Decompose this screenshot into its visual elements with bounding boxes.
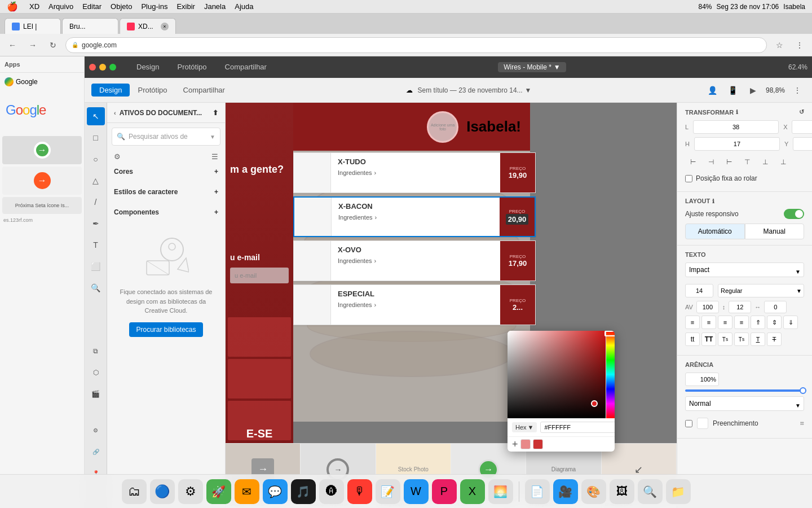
spacing-input[interactable] [764, 301, 787, 313]
play-icon[interactable]: ▶ [745, 82, 761, 98]
fixed-position-checkbox[interactable] [685, 175, 692, 182]
nav-menu[interactable]: ⋮ [792, 37, 807, 53]
align-right-btn[interactable]: ≡ [718, 316, 732, 329]
fmt-sub[interactable]: Ts [734, 332, 749, 346]
opacity-slider[interactable] [685, 389, 804, 392]
transform-info-icon[interactable]: ℹ [736, 109, 738, 115]
align-top-icon[interactable]: ⊤ [739, 154, 755, 170]
xd-tab-prototype[interactable]: Protótipo [168, 56, 215, 78]
xovo-sub[interactable]: Ingredientes › [338, 257, 493, 264]
transform-reset-icon[interactable]: ↺ [799, 108, 804, 116]
align-left-btn[interactable]: ≡ [685, 316, 700, 329]
align-center-v-icon[interactable]: ⊥ [757, 154, 773, 170]
device-icon[interactable]: 📱 [725, 82, 741, 98]
xd-tab2-design[interactable]: Design [91, 84, 130, 97]
layout-manual-btn[interactable]: Manual [745, 224, 805, 239]
canvas-email-input[interactable]: u e-mail [230, 268, 289, 283]
cp-hex-input[interactable] [540, 422, 615, 433]
dock-gallery[interactable]: 🖼 [610, 479, 634, 504]
dock-zoom[interactable]: 🎥 [553, 479, 578, 504]
swatch-2[interactable] [533, 439, 543, 449]
dock-podcasts[interactable]: 🎙 [347, 479, 372, 504]
align-mid-text-btn[interactable]: ⇕ [767, 316, 782, 329]
nav-refresh[interactable]: ↻ [45, 37, 61, 53]
tool-triangle[interactable]: △ [87, 172, 105, 190]
cp-hue-strip[interactable] [606, 331, 615, 418]
tool-bottom-1[interactable]: ⧉ [87, 342, 105, 360]
font-select[interactable]: Impact [685, 262, 804, 277]
sidebar-google[interactable]: Google [0, 73, 84, 91]
align-top-text-btn[interactable]: ⇑ [751, 316, 765, 329]
address-bar[interactable]: 🔒 google.com [65, 37, 767, 53]
dock-whatsapp[interactable]: 💬 [263, 479, 288, 504]
xd-tab2-prototype[interactable]: Protótipo [130, 84, 175, 97]
sidebar-thumb-2[interactable]: → [2, 167, 82, 195]
menu-plugins[interactable]: Plug-ins [141, 2, 167, 11]
align-bottom-icon[interactable]: ⊥ [775, 154, 791, 170]
fmt-strike[interactable]: T [767, 332, 782, 346]
dock-powerpoint[interactable]: P [432, 479, 457, 504]
tool-ellipse[interactable]: ○ [87, 150, 105, 168]
input-l[interactable] [693, 120, 779, 134]
assets-share-icon[interactable]: ⬆ [213, 109, 218, 117]
especial-sub[interactable]: Ingredientes › [338, 301, 493, 308]
assets-section-estilos-header[interactable]: Estilos de caractere + [114, 188, 218, 196]
menu-objeto[interactable]: Objeto [111, 2, 132, 11]
burger-card-especial[interactable]: ESPECIAL Ingredientes › PREÇO 2... [293, 284, 536, 325]
sidebar-thumb-1[interactable]: → [2, 136, 82, 164]
nav-forward[interactable]: → [25, 37, 41, 53]
burger-card-xovo[interactable]: X-OVO Ingredientes › PREÇO 17,90 [293, 240, 536, 281]
more-icon[interactable]: ⋮ [789, 82, 805, 98]
blend-mode-select[interactable]: Normal [685, 396, 804, 411]
dock-notes[interactable]: 📝 [376, 479, 400, 504]
xd-file-dropdown-chevron[interactable]: ▼ [525, 86, 532, 94]
dock-appstore[interactable]: 🅐 [319, 479, 344, 504]
minimize-button[interactable] [99, 64, 106, 71]
xd-file-dropdown[interactable]: Wires - Mobile * ▼ [498, 62, 566, 72]
close-button[interactable] [89, 64, 96, 71]
dock-pdf[interactable]: 📄 [525, 479, 550, 504]
xd-tab-design[interactable]: Design [127, 56, 168, 78]
fmt-sup[interactable]: Ts [718, 332, 732, 346]
browser-tab-2[interactable]: Bru... [62, 18, 118, 34]
align-center-h-icon[interactable]: ⊣ [703, 154, 719, 170]
color-picker-popup[interactable]: Hex ▼ 100% ⌗ + [508, 331, 615, 452]
fmt-under[interactable]: T [751, 332, 765, 346]
menu-arquivo[interactable]: Arquivo [48, 2, 73, 11]
align-bot-text-btn[interactable]: ⇓ [783, 316, 798, 329]
dock-mail[interactable]: ✉ [235, 479, 259, 504]
cp-gradient-area[interactable] [508, 331, 615, 418]
fill-checkbox[interactable] [685, 420, 692, 427]
tracking-input[interactable] [696, 301, 719, 313]
dock-rocket[interactable]: 🚀 [206, 479, 231, 504]
fill-eyedropper-icon[interactable]: ⌗ [800, 419, 804, 427]
xd-canvas[interactable]: m a gente? u e-mail u e-mail [226, 103, 677, 508]
xd-tab2-share[interactable]: Compartilhar [175, 84, 233, 97]
dock-search[interactable]: 🔍 [638, 479, 663, 504]
align-right-icon[interactable]: ⊢ [721, 154, 737, 170]
layout-info-icon[interactable]: ℹ [712, 198, 714, 204]
tool-select[interactable]: ↖ [87, 107, 105, 125]
xtudo-sub[interactable]: Ingredientes › [338, 169, 493, 176]
dock-spotify[interactable]: 🎵 [291, 479, 316, 504]
tool-text[interactable]: T [87, 236, 105, 254]
fill-color-swatch[interactable] [697, 418, 708, 429]
filter-icon[interactable]: ⚙ [114, 152, 121, 161]
burger-card-xtudo[interactable]: X-TUDO Ingredientes › PREÇO 19,90 [293, 152, 536, 193]
assets-section-cores-header[interactable]: Cores + [114, 168, 218, 176]
nav-bookmark[interactable]: ☆ [771, 37, 787, 53]
assets-search[interactable]: 🔍 Pesquisar ativos de ▼ [112, 128, 220, 146]
tool-bottom-4[interactable]: ⚙ [87, 421, 105, 439]
nav-back[interactable]: ← [5, 37, 20, 53]
dock-settings[interactable]: ⚙ [178, 479, 203, 504]
assets-section-componentes-header[interactable]: Componentes + [114, 208, 218, 216]
opacity-input[interactable] [685, 373, 719, 386]
font-style-select[interactable]: Regular [718, 284, 804, 297]
cp-add-btn[interactable]: + [512, 439, 518, 449]
leading-input[interactable] [729, 301, 751, 313]
menu-appname[interactable]: XD [29, 2, 39, 11]
dock-photos[interactable]: 🌅 [488, 479, 513, 504]
search-dropdown[interactable]: ▼ [210, 134, 215, 140]
menu-ajuda[interactable]: Ajuda [235, 2, 253, 11]
tool-rectangle[interactable]: □ [87, 129, 105, 147]
